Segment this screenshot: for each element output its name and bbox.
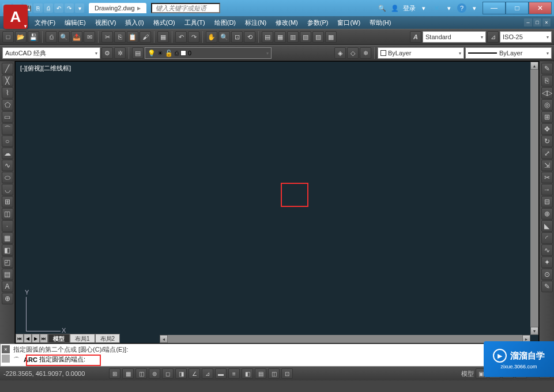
- cut-icon[interactable]: ✂: [101, 31, 113, 43]
- qat-undo-icon[interactable]: ↶: [54, 3, 63, 13]
- extend-icon[interactable]: →: [541, 184, 553, 195]
- ellipse-icon[interactable]: ⬭: [2, 172, 13, 183]
- zoom-prev-icon[interactable]: ⟲: [244, 31, 255, 43]
- search-input[interactable]: [151, 3, 220, 13]
- dropdown-icon[interactable]: ▾: [419, 3, 428, 13]
- rotate-icon[interactable]: ↻: [541, 135, 553, 147]
- otrack-icon[interactable]: ∠: [189, 368, 200, 379]
- sheet-tab-layout2[interactable]: 布局2: [95, 334, 120, 343]
- publish-icon[interactable]: 📤: [71, 31, 82, 43]
- blend-icon[interactable]: ∿: [541, 244, 553, 256]
- am-icon[interactable]: ⊡: [281, 368, 293, 379]
- sheet-nav-prev[interactable]: ◀: [24, 334, 32, 343]
- mirror-icon[interactable]: ◁▷: [541, 87, 553, 99]
- menu-insert[interactable]: 插入(I): [120, 17, 148, 29]
- sc-icon[interactable]: ◫: [268, 368, 280, 379]
- erase-icon[interactable]: ✎: [541, 63, 553, 74]
- point-icon[interactable]: ·: [2, 220, 13, 232]
- pan-icon[interactable]: ✋: [206, 31, 217, 43]
- menu-help[interactable]: 帮助(H): [365, 17, 395, 29]
- menu-draw[interactable]: 绘图(D): [210, 17, 240, 29]
- pline-icon[interactable]: ⌇: [2, 87, 13, 99]
- tpy-icon[interactable]: ◧: [242, 368, 253, 379]
- markup-icon[interactable]: ▨: [312, 31, 324, 43]
- set-basept-icon[interactable]: ⊙: [541, 269, 553, 280]
- menu-dimension[interactable]: 标注(N): [240, 17, 271, 29]
- print-icon[interactable]: ⎙: [46, 31, 57, 43]
- dimstyle-icon[interactable]: ⊿: [487, 31, 499, 43]
- arc-icon[interactable]: ⌒: [2, 123, 13, 135]
- region-icon[interactable]: ◰: [2, 257, 13, 268]
- match-icon[interactable]: 🖌: [140, 31, 151, 43]
- stretch-icon[interactable]: ⇲: [541, 160, 553, 171]
- explode-icon[interactable]: ✦: [541, 257, 553, 268]
- menu-edit[interactable]: 编辑(E): [60, 17, 91, 29]
- ortho-icon[interactable]: ◫: [135, 368, 147, 379]
- offset-icon[interactable]: ◎: [541, 99, 553, 111]
- menu-modify[interactable]: 修改(M): [271, 17, 303, 29]
- user-icon[interactable]: 👤: [390, 3, 400, 13]
- help-dropdown-icon[interactable]: ▾: [470, 3, 479, 13]
- more-icon[interactable]: ▾: [444, 3, 454, 13]
- array-icon[interactable]: ⊞: [541, 111, 553, 123]
- sheet-nav-next[interactable]: ▶: [32, 334, 40, 343]
- open-icon[interactable]: 📂: [15, 31, 27, 43]
- addsel-icon[interactable]: ⊕: [2, 293, 13, 304]
- copy-obj-icon[interactable]: ⎘: [541, 75, 553, 86]
- scale-icon[interactable]: ⤢: [541, 148, 553, 159]
- redo-icon[interactable]: ↷: [188, 31, 199, 43]
- qp-icon[interactable]: ▤: [255, 368, 266, 379]
- break-icon[interactable]: ⊟: [541, 196, 553, 208]
- layer-combo[interactable]: 💡 ☀ 🔓 ⎙ 0▾: [145, 47, 272, 59]
- dim-style-combo[interactable]: ISO-25▾: [500, 31, 552, 43]
- document-tab[interactable]: Drawing2.dwg ▶: [89, 3, 146, 13]
- text-style-combo[interactable]: Standard▾: [423, 31, 486, 43]
- lwt-icon[interactable]: ≡: [228, 368, 240, 379]
- menu-tools[interactable]: 工具(T): [180, 17, 210, 29]
- preview-icon[interactable]: 🔍: [58, 31, 70, 43]
- command-window[interactable]: × 指定圆弧的第二个点或 [圆心(C)/端点(E)]: ⌒ ARC 指定圆弧的端…: [0, 344, 554, 367]
- 3dosnap-icon[interactable]: ◨: [175, 368, 187, 379]
- revcloud-icon[interactable]: ☁: [2, 148, 13, 159]
- properties-icon[interactable]: ▤: [262, 31, 273, 43]
- cmd-grip-icon[interactable]: [2, 355, 10, 363]
- line-icon[interactable]: ╱: [2, 63, 13, 74]
- xline-icon[interactable]: ╳: [2, 75, 13, 86]
- block-icon[interactable]: ▦: [157, 31, 169, 43]
- drawing-canvas[interactable]: [-][俯视][二维线框] Y X ▴ ▾ ⏮ ◀ ▶ ⏭ 模型 布局1 布局2: [15, 61, 539, 344]
- textstyle-icon[interactable]: A: [410, 31, 421, 43]
- sheet-tab-layout1[interactable]: 布局1: [70, 334, 95, 343]
- horizontal-scrollbar[interactable]: ◂▸: [160, 335, 530, 343]
- move-icon[interactable]: ✥: [541, 123, 553, 135]
- fillet-icon[interactable]: ◜: [541, 232, 553, 244]
- menu-window[interactable]: 窗口(W): [333, 17, 365, 29]
- join-icon[interactable]: ⊕: [541, 208, 553, 220]
- osnap-icon[interactable]: ◻: [162, 368, 174, 379]
- polar-icon[interactable]: ⊚: [149, 368, 160, 379]
- search-icon[interactable]: 🔍: [378, 3, 387, 13]
- calc-icon[interactable]: ▩: [325, 31, 337, 43]
- workspace-combo[interactable]: AutoCAD 经典▾: [2, 47, 100, 59]
- grid-icon[interactable]: ▦: [122, 368, 134, 379]
- layer-iso-icon[interactable]: ◈: [334, 47, 346, 59]
- qat-print-icon[interactable]: ⎙: [44, 3, 53, 13]
- mtext-icon[interactable]: A: [2, 281, 13, 292]
- designctr-icon[interactable]: ▦: [274, 31, 286, 43]
- toolpal-icon[interactable]: ▥: [287, 31, 299, 43]
- save-icon[interactable]: 💾: [28, 31, 39, 43]
- polygon-icon[interactable]: ⬠: [2, 99, 13, 111]
- qat-dropdown-icon[interactable]: ▾: [75, 3, 84, 13]
- rect-icon[interactable]: ▭: [2, 111, 13, 123]
- linetype-combo[interactable]: ByLayer▾: [465, 47, 552, 59]
- undo-icon[interactable]: ↶: [175, 31, 187, 43]
- chamfer-icon[interactable]: ◣: [541, 220, 553, 232]
- insert-icon[interactable]: ⊞: [2, 196, 13, 208]
- gradient-icon[interactable]: ◧: [2, 244, 13, 256]
- color-combo[interactable]: ByLayer▾: [378, 47, 464, 59]
- minimize-button[interactable]: —: [483, 2, 506, 14]
- layer-frz-icon[interactable]: ❄: [360, 47, 371, 59]
- new-icon[interactable]: □: [2, 31, 14, 43]
- ws-settings-icon[interactable]: ✲: [114, 47, 126, 59]
- table-icon[interactable]: ▤: [2, 269, 13, 280]
- zoom-icon[interactable]: 🔍: [218, 31, 230, 43]
